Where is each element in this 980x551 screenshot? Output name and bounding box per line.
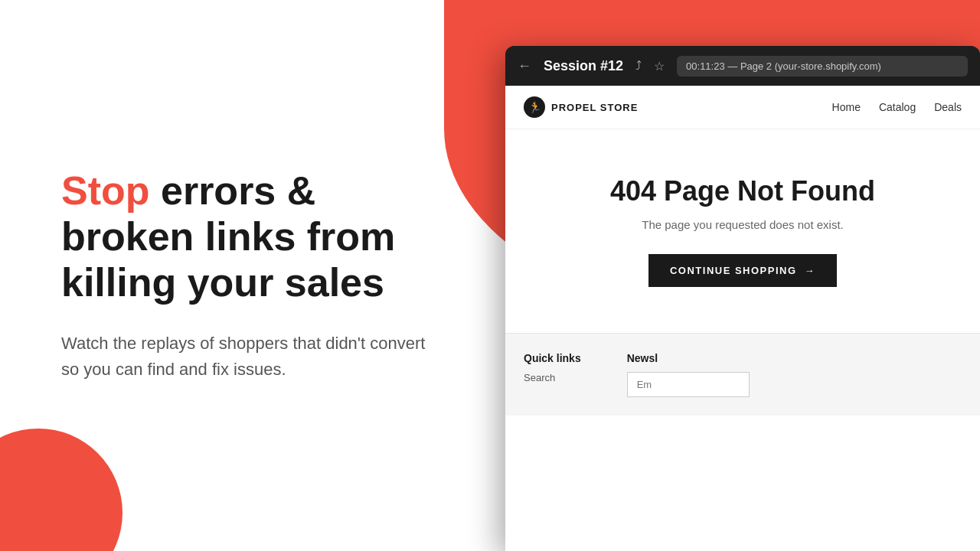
- store-content: 🏃 PROPEL STORE Home Catalog Deals 404 Pa…: [505, 86, 980, 551]
- session-title: Session #12: [544, 58, 623, 74]
- nav-link-catalog[interactable]: Catalog: [879, 101, 916, 113]
- headline-stop: Stop: [61, 168, 150, 213]
- continue-shopping-button[interactable]: CONTINUE SHOPPING →: [648, 254, 837, 287]
- page-404: 404 Page Not Found The page you requeste…: [505, 129, 980, 333]
- footer-cols: Quick links Search Newsl: [524, 352, 962, 397]
- footer-col-quick-links: Quick links Search: [524, 352, 581, 397]
- subtext: Watch the replays of shoppers that didn'…: [61, 331, 444, 383]
- newsletter-input[interactable]: [627, 372, 750, 397]
- footer-link-search[interactable]: Search: [524, 372, 581, 383]
- left-panel: Stop errors & broken links from killing …: [0, 0, 505, 551]
- footer-col-newsletter: Newsl: [627, 352, 750, 397]
- continue-btn-label: CONTINUE SHOPPING: [670, 265, 797, 276]
- error-title: 404 Page Not Found: [610, 175, 875, 207]
- continue-arrow-icon: →: [805, 265, 816, 276]
- error-subtitle: The page you requested does not exist.: [642, 218, 844, 231]
- logo-icon: 🏃: [524, 96, 545, 118]
- nav-link-home[interactable]: Home: [832, 101, 861, 113]
- share-icon[interactable]: ⤴: [635, 59, 642, 73]
- browser-window: ← Session #12 ⤴ ☆ 00:11:23 — Page 2 (you…: [505, 46, 980, 551]
- nav-links: Home Catalog Deals: [832, 101, 962, 113]
- headline: Stop errors & broken links from killing …: [61, 168, 444, 305]
- nav-link-deals[interactable]: Deals: [934, 101, 962, 113]
- store-nav: 🏃 PROPEL STORE Home Catalog Deals: [505, 86, 980, 129]
- store-name: PROPEL STORE: [551, 102, 638, 113]
- browser-mockup: ← Session #12 ⤴ ☆ 00:11:23 — Page 2 (you…: [505, 46, 980, 551]
- bookmark-icon[interactable]: ☆: [654, 59, 665, 73]
- back-button[interactable]: ←: [518, 58, 531, 74]
- quick-links-title: Quick links: [524, 352, 581, 364]
- url-bar[interactable]: 00:11:23 — Page 2 (your-store.shopify.co…: [677, 56, 968, 77]
- browser-chrome: ← Session #12 ⤴ ☆ 00:11:23 — Page 2 (you…: [505, 46, 980, 86]
- store-footer: Quick links Search Newsl: [505, 333, 980, 416]
- store-logo: 🏃 PROPEL STORE: [524, 96, 832, 118]
- newsletter-title: Newsl: [627, 352, 750, 364]
